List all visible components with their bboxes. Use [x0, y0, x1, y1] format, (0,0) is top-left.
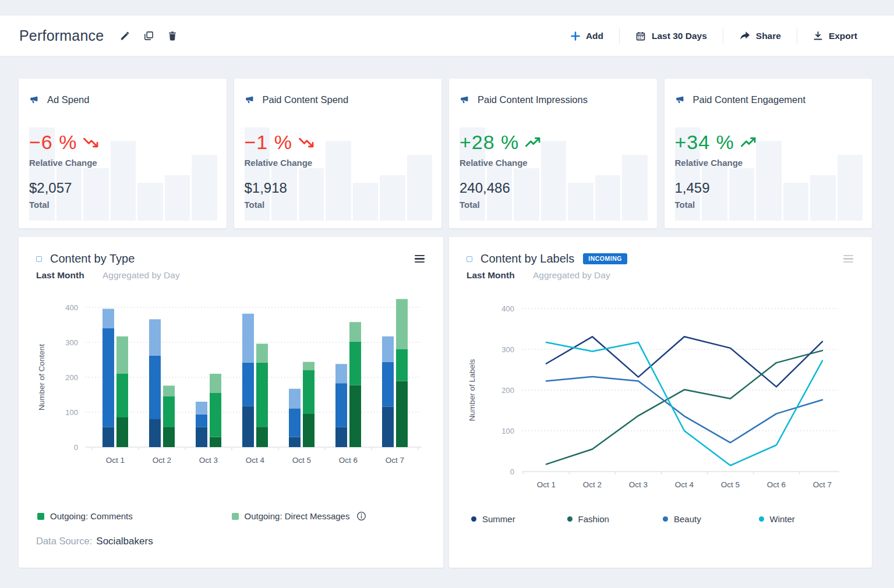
kpi-change-value: −6 % [29, 131, 77, 154]
kpi-title: Paid Content Engagement [693, 94, 806, 105]
kpi-change-label: Relative Change [675, 158, 862, 168]
export-icon [813, 31, 823, 41]
share-label: Share [756, 31, 781, 41]
kpi-card-paid-content-impressions: Paid Content Impressions+28 %Relative Ch… [449, 79, 657, 228]
date-range-button[interactable]: Last 30 Days [620, 26, 723, 46]
svg-text:300: 300 [501, 345, 514, 354]
svg-text:Number of Labels: Number of Labels [468, 359, 476, 421]
legend-label: Summer [482, 514, 515, 524]
legend-dot [471, 516, 476, 522]
kpi-change-label: Relative Change [245, 158, 432, 168]
kpi-card-ad-spend: Ad Spend−6 %Relative Change$2,057Total [19, 79, 227, 228]
data-source: Data Source:Socialbakers [36, 536, 426, 547]
widget-checkbox[interactable] [467, 256, 472, 262]
legend-item[interactable]: Outgoing: Comments [37, 511, 232, 521]
svg-text:Oct 6: Oct 6 [767, 480, 786, 489]
widget-checkbox[interactable] [36, 256, 42, 262]
plus-icon [571, 31, 580, 41]
line-chart: 0100200300400Oct 1Oct 2Oct 3Oct 4Oct 5Oc… [467, 289, 854, 496]
content-by-labels-card: Content by Labels INCOMING Last Month Ag… [449, 237, 872, 568]
copy-icon [143, 30, 154, 41]
kpi-card-paid-content-spend: Paid Content Spend−1 %Relative Change$1,… [234, 79, 442, 228]
chart-subtitle: Last Month Aggregated by Day [36, 270, 426, 281]
svg-text:Oct 2: Oct 2 [153, 456, 171, 465]
share-button[interactable]: Share [723, 26, 797, 46]
svg-text:300: 300 [65, 338, 78, 347]
edit-button[interactable] [113, 27, 137, 45]
kpi-value-label: Total [29, 200, 216, 210]
svg-text:100: 100 [65, 408, 78, 417]
kpi-title: Paid Content Spend [263, 94, 349, 105]
content-by-type-plot: 0100200300400Oct 1Oct 2Oct 3Oct 4Oct 5Oc… [36, 289, 426, 474]
legend-swatch [232, 513, 239, 520]
incoming-badge: INCOMING [583, 253, 627, 264]
add-button[interactable]: Add [555, 26, 619, 46]
svg-text:Oct 1: Oct 1 [106, 456, 125, 465]
svg-text:Oct 1: Oct 1 [537, 480, 556, 489]
kpi-value: $2,057 [29, 180, 216, 196]
kpi-content: Paid Content Impressions+28 %Relative Ch… [460, 94, 646, 210]
dashboard-page: Performance Add [0, 16, 894, 568]
svg-text:400: 400 [501, 304, 514, 313]
export-label: Export [829, 31, 857, 41]
content-by-type-card: Content by Type Last Month Aggregated by… [19, 237, 443, 568]
kpi-change: +28 % [460, 131, 646, 154]
chart-title: Content by Type [50, 252, 135, 265]
kpi-content: Paid Content Engagement+34 %Relative Cha… [675, 94, 862, 210]
legend-item-fashion[interactable]: Fashion [567, 514, 663, 524]
kpi-change-value: −1 % [245, 131, 292, 154]
period-label: Last Month [36, 270, 84, 280]
header-left: Performance [19, 27, 184, 45]
svg-text:Oct 4: Oct 4 [246, 456, 265, 465]
kpi-content: Paid Content Spend−1 %Relative Change$1,… [245, 94, 432, 210]
svg-text:Oct 4: Oct 4 [675, 480, 694, 489]
svg-text:Oct 5: Oct 5 [292, 456, 311, 465]
delete-button[interactable] [161, 27, 184, 45]
kpi-value-label: Total [245, 200, 432, 210]
svg-text:200: 200 [65, 373, 78, 382]
trash-icon [167, 30, 178, 41]
legend-dot [567, 516, 573, 522]
svg-text:0: 0 [74, 443, 78, 452]
widget-menu-button[interactable] [842, 253, 854, 265]
chart-title: Content by Labels [480, 252, 574, 265]
legend-item-beauty[interactable]: Beauty [663, 514, 759, 524]
page-title: Performance [19, 27, 104, 44]
header-actions: Add Last 30 Days Share Exp [555, 26, 873, 46]
svg-text:Oct 3: Oct 3 [629, 480, 648, 489]
legend-label: Outgoing: Direct Messages [245, 511, 350, 521]
svg-text:400: 400 [65, 303, 78, 312]
kpi-change-label: Relative Change [29, 158, 216, 168]
trend-down-icon [83, 136, 99, 148]
charts-row: Content by Type Last Month Aggregated by… [19, 237, 872, 568]
svg-text:Oct 5: Oct 5 [721, 480, 740, 489]
kpi-cards-row: Ad Spend−6 %Relative Change$2,057TotalPa… [19, 79, 872, 228]
megaphone-icon [245, 95, 255, 105]
legend-item-winter[interactable]: Winter [759, 514, 855, 524]
trend-up-icon [741, 136, 757, 148]
bar-chart-legend: Outgoing: CommentsOutgoing: Direct Messa… [36, 511, 426, 521]
line-chart-legend: SummerFashionBeautyWinter [467, 514, 854, 524]
info-icon[interactable] [356, 511, 366, 521]
legend-item-summer[interactable]: Summer [471, 514, 567, 524]
legend-label: Beauty [674, 514, 701, 524]
svg-text:Oct 6: Oct 6 [339, 456, 358, 465]
export-button[interactable]: Export [797, 26, 873, 46]
aggregation-label: Aggregated by Day [533, 270, 610, 280]
megaphone-icon [460, 95, 469, 105]
bar-chart: 0100200300400Oct 1Oct 2Oct 3Oct 4Oct 5Oc… [36, 289, 426, 476]
legend-label: Winter [770, 514, 795, 524]
kpi-change: +34 % [675, 131, 862, 154]
legend-item[interactable]: Outgoing: Direct Messages [232, 511, 426, 521]
add-label: Add [586, 31, 603, 41]
chart-subtitle: Last Month Aggregated by Day [467, 270, 854, 281]
widget-menu-button[interactable] [414, 253, 426, 265]
kpi-content: Ad Spend−6 %Relative Change$2,057Total [29, 94, 216, 210]
svg-text:0: 0 [510, 467, 514, 476]
svg-text:200: 200 [501, 386, 514, 395]
svg-text:Oct 2: Oct 2 [583, 480, 602, 489]
duplicate-button[interactable] [137, 27, 161, 45]
data-source-value: Socialbakers [96, 536, 153, 547]
trend-down-icon [299, 136, 315, 148]
svg-text:Number of Content: Number of Content [37, 344, 46, 410]
